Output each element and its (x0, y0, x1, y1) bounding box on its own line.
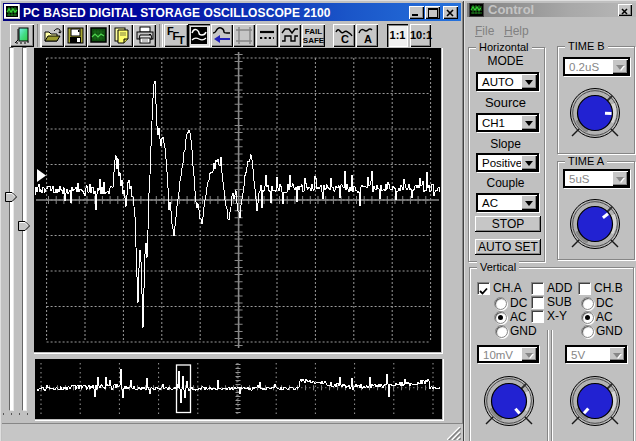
svg-text:T: T (178, 34, 185, 46)
svg-text:A: A (364, 33, 372, 45)
svg-text:C: C (341, 33, 349, 45)
